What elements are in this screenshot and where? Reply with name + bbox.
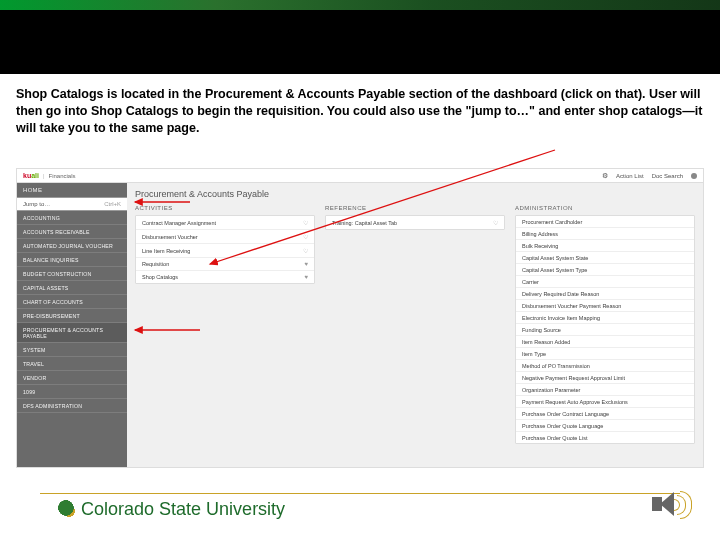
- admin-label: Capital Asset System State: [522, 255, 588, 261]
- admin-payment-request-auto-approve-exclusions[interactable]: Payment Request Auto Approve Exclusions: [516, 396, 694, 408]
- admin-label: Disbursement Voucher Payment Reason: [522, 303, 621, 309]
- jump-to-input[interactable]: Jump to… Ctrl+K: [17, 197, 127, 211]
- admin-method-of-po-transmission[interactable]: Method of PO Transmission: [516, 360, 694, 372]
- sidebar-item-vendor[interactable]: VENDOR: [17, 371, 127, 385]
- col-activities-head: ACTIVITIES: [135, 205, 315, 211]
- admin-label: Negative Payment Request Approval Limit: [522, 375, 625, 381]
- admin-label: Capital Asset System Type: [522, 267, 587, 273]
- user-icon[interactable]: [691, 173, 697, 179]
- sidebar-item-budget-construction[interactable]: BUDGET CONSTRUCTION: [17, 267, 127, 281]
- admin-capital-asset-system-type[interactable]: Capital Asset System Type: [516, 264, 694, 276]
- brand-divider: |: [43, 173, 45, 179]
- page-title: Procurement & Accounts Payable: [135, 189, 695, 199]
- sidebar-item-balance-inquiries[interactable]: BALANCE INQUIRIES: [17, 253, 127, 267]
- admin-label: Funding Source: [522, 327, 561, 333]
- activity-shop-catalogs[interactable]: Shop Catalogs♥: [136, 271, 314, 283]
- activity-label: Line Item Receiving: [142, 248, 190, 254]
- admin-funding-source[interactable]: Funding Source: [516, 324, 694, 336]
- main-content: Procurement & Accounts Payable ACTIVITIE…: [127, 183, 703, 467]
- admin-bulk-receiving[interactable]: Bulk Receiving: [516, 240, 694, 252]
- sidebar-item-1099[interactable]: 1099: [17, 385, 127, 399]
- admin-procurement-cardholder[interactable]: Procurement Cardholder: [516, 216, 694, 228]
- activity-line-item-receiving[interactable]: Line Item Receiving♡: [136, 244, 314, 258]
- sidebar-item-capital-assets[interactable]: CAPITAL ASSETS: [17, 281, 127, 295]
- app-header: kuali | Financials Action List Doc Searc…: [17, 169, 703, 183]
- activity-label: Shop Catalogs: [142, 274, 178, 280]
- kuali-logo: kuali: [23, 172, 39, 179]
- activity-disbursement-voucher[interactable]: Disbursement Voucher♡: [136, 230, 314, 244]
- brand-product: Financials: [49, 173, 76, 179]
- activity-contract-manager-assignment[interactable]: Contract Manager Assignment♡: [136, 216, 314, 230]
- heart-icon[interactable]: ♡: [303, 233, 308, 240]
- jump-to-placeholder: Jump to…: [23, 201, 50, 207]
- activity-requisition[interactable]: Requisition♥: [136, 258, 314, 271]
- admin-dv-payment-reason[interactable]: Disbursement Voucher Payment Reason: [516, 300, 694, 312]
- admin-einvoice-item-mapping[interactable]: Electronic Invoice Item Mapping: [516, 312, 694, 324]
- admin-label: Item Type: [522, 351, 546, 357]
- admin-po-quote-language[interactable]: Purchase Order Quote Language: [516, 420, 694, 432]
- kuali-app-screenshot: kuali | Financials Action List Doc Searc…: [16, 168, 704, 468]
- admin-label: Organization Parameter: [522, 387, 580, 393]
- admin-organization-parameter[interactable]: Organization Parameter: [516, 384, 694, 396]
- reference-label: Training: Capital Asset Tab: [332, 220, 397, 226]
- sidebar-item-system[interactable]: SYSTEM: [17, 343, 127, 357]
- admin-label: Purchase Order Quote List: [522, 435, 587, 441]
- admin-carrier[interactable]: Carrier: [516, 276, 694, 288]
- col-reference-head: REFERENCE: [325, 205, 505, 211]
- admin-label: Electronic Invoice Item Mapping: [522, 315, 600, 321]
- sidebar: HOME Jump to… Ctrl+K ACCOUNTING ACCOUNTS…: [17, 183, 127, 467]
- admin-label: Billing Address: [522, 231, 558, 237]
- admin-label: Carrier: [522, 279, 539, 285]
- admin-billing-address[interactable]: Billing Address: [516, 228, 694, 240]
- sidebar-item-dfs-administration[interactable]: DFS ADMINISTRATION: [17, 399, 127, 413]
- activity-label: Disbursement Voucher: [142, 234, 198, 240]
- heart-icon[interactable]: ♥: [304, 274, 308, 280]
- admin-item-type[interactable]: Item Type: [516, 348, 694, 360]
- instruction-text: Shop Catalogs is located in the Procurem…: [16, 86, 704, 137]
- heart-icon[interactable]: ♡: [303, 219, 308, 226]
- admin-label: Payment Request Auto Approve Exclusions: [522, 399, 628, 405]
- activity-label: Requisition: [142, 261, 169, 267]
- admin-po-quote-list[interactable]: Purchase Order Quote List: [516, 432, 694, 443]
- col-activities: ACTIVITIES Contract Manager Assignment♡ …: [135, 205, 315, 463]
- admin-item-reason-added[interactable]: Item Reason Added: [516, 336, 694, 348]
- ram-icon: [56, 498, 78, 520]
- footer-rule: [40, 493, 680, 494]
- doc-search-link[interactable]: Doc Search: [652, 173, 683, 179]
- admin-label: Procurement Cardholder: [522, 219, 582, 225]
- csu-wordmark: Colorado State University: [81, 499, 285, 520]
- admin-capital-asset-system-state[interactable]: Capital Asset System State: [516, 252, 694, 264]
- heart-icon[interactable]: ♡: [493, 219, 498, 226]
- slide-header-bar: [0, 0, 720, 74]
- sidebar-item-accounts-receivable[interactable]: ACCOUNTS RECEIVABLE: [17, 225, 127, 239]
- sidebar-item-pre-disbursement[interactable]: PRE-DISBURSEMENT: [17, 309, 127, 323]
- heart-icon[interactable]: ♡: [303, 247, 308, 254]
- admin-label: Purchase Order Contract Language: [522, 411, 609, 417]
- admin-label: Item Reason Added: [522, 339, 570, 345]
- sidebar-item-travel[interactable]: TRAVEL: [17, 357, 127, 371]
- sidebar-item-chart-of-accounts[interactable]: CHART OF ACCOUNTS: [17, 295, 127, 309]
- admin-delivery-required-date-reason[interactable]: Delivery Required Date Reason: [516, 288, 694, 300]
- action-list-link[interactable]: Action List: [616, 173, 644, 179]
- heart-icon[interactable]: ♥: [304, 261, 308, 267]
- app-brand: kuali | Financials: [23, 172, 76, 179]
- col-administration-head: ADMINISTRATION: [515, 205, 695, 211]
- admin-label: Bulk Receiving: [522, 243, 558, 249]
- admin-po-contract-language[interactable]: Purchase Order Contract Language: [516, 408, 694, 420]
- admin-label: Method of PO Transmission: [522, 363, 590, 369]
- gear-icon[interactable]: [602, 172, 608, 180]
- activity-label: Contract Manager Assignment: [142, 220, 216, 226]
- sidebar-item-automated-journal-voucher[interactable]: AUTOMATED JOURNAL VOUCHER: [17, 239, 127, 253]
- col-reference: REFERENCE Training: Capital Asset Tab♡: [325, 205, 505, 463]
- admin-label: Purchase Order Quote Language: [522, 423, 603, 429]
- sidebar-home[interactable]: HOME: [17, 183, 127, 197]
- sidebar-item-accounting[interactable]: ACCOUNTING: [17, 211, 127, 225]
- speaker-icon: [650, 488, 690, 522]
- admin-label: Delivery Required Date Reason: [522, 291, 599, 297]
- col-administration: ADMINISTRATION Procurement Cardholder Bi…: [515, 205, 695, 463]
- sidebar-item-procurement-ap[interactable]: PROCUREMENT & ACCOUNTS PAYABLE: [17, 323, 127, 343]
- reference-training-capital-asset-tab[interactable]: Training: Capital Asset Tab♡: [326, 216, 504, 229]
- csu-logo: Colorado State University: [56, 498, 285, 520]
- jump-to-hint: Ctrl+K: [104, 201, 121, 207]
- admin-neg-payment-request-approval-limit[interactable]: Negative Payment Request Approval Limit: [516, 372, 694, 384]
